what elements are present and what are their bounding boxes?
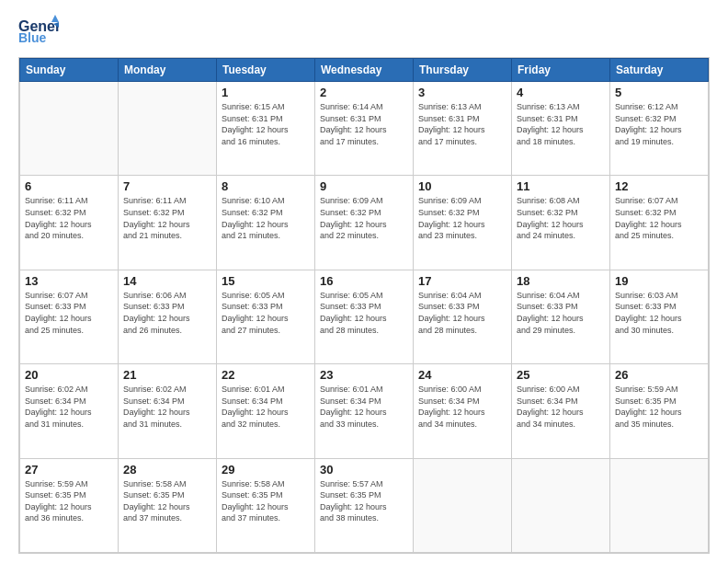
day-cell: 26Sunrise: 5:59 AM Sunset: 6:35 PM Dayli… xyxy=(610,364,709,458)
day-cell: 3Sunrise: 6:13 AM Sunset: 6:31 PM Daylig… xyxy=(414,82,512,176)
logo: General Blue xyxy=(18,15,59,48)
day-cell: 30Sunrise: 5:57 AM Sunset: 6:35 PM Dayli… xyxy=(315,458,414,552)
day-cell: 7Sunrise: 6:11 AM Sunset: 6:32 PM Daylig… xyxy=(119,176,217,270)
day-number: 24 xyxy=(418,368,506,382)
header: General Blue xyxy=(18,15,710,48)
day-cell: 25Sunrise: 6:00 AM Sunset: 6:34 PM Dayli… xyxy=(512,364,610,458)
day-info: Sunrise: 5:59 AM Sunset: 6:35 PM Dayligh… xyxy=(25,478,113,524)
day-cell: 29Sunrise: 5:58 AM Sunset: 6:35 PM Dayli… xyxy=(217,458,315,552)
header-cell-wednesday: Wednesday xyxy=(315,59,414,82)
calendar-body: 1Sunrise: 6:15 AM Sunset: 6:31 PM Daylig… xyxy=(20,82,709,553)
day-info: Sunrise: 6:05 AM Sunset: 6:33 PM Dayligh… xyxy=(320,290,408,336)
day-cell: 18Sunrise: 6:04 AM Sunset: 6:33 PM Dayli… xyxy=(512,270,610,363)
day-info: Sunrise: 6:09 AM Sunset: 6:32 PM Dayligh… xyxy=(320,195,408,241)
day-cell: 16Sunrise: 6:05 AM Sunset: 6:33 PM Dayli… xyxy=(315,270,414,363)
day-number: 5 xyxy=(615,86,703,99)
day-number: 27 xyxy=(25,463,113,477)
day-cell: 28Sunrise: 5:58 AM Sunset: 6:35 PM Dayli… xyxy=(119,458,217,552)
day-info: Sunrise: 6:03 AM Sunset: 6:33 PM Dayligh… xyxy=(615,290,703,336)
day-number: 10 xyxy=(418,179,506,193)
day-info: Sunrise: 6:09 AM Sunset: 6:32 PM Dayligh… xyxy=(418,195,506,241)
day-info: Sunrise: 6:04 AM Sunset: 6:33 PM Dayligh… xyxy=(517,290,605,336)
day-info: Sunrise: 6:10 AM Sunset: 6:32 PM Dayligh… xyxy=(222,195,310,241)
day-number: 6 xyxy=(25,179,113,193)
day-cell: 12Sunrise: 6:07 AM Sunset: 6:32 PM Dayli… xyxy=(610,176,709,270)
day-info: Sunrise: 6:06 AM Sunset: 6:33 PM Dayligh… xyxy=(123,290,211,336)
week-row-5: 27Sunrise: 5:59 AM Sunset: 6:35 PM Dayli… xyxy=(20,458,709,552)
calendar: SundayMondayTuesdayWednesdayThursdayFrid… xyxy=(18,57,710,554)
day-number: 17 xyxy=(418,274,506,288)
day-number: 13 xyxy=(25,274,113,288)
day-cell: 21Sunrise: 6:02 AM Sunset: 6:34 PM Dayli… xyxy=(119,364,217,458)
day-cell: 2Sunrise: 6:14 AM Sunset: 6:31 PM Daylig… xyxy=(315,82,414,176)
week-row-4: 20Sunrise: 6:02 AM Sunset: 6:34 PM Dayli… xyxy=(20,364,709,458)
day-number: 23 xyxy=(320,368,408,382)
day-number: 22 xyxy=(222,368,310,382)
day-cell: 13Sunrise: 6:07 AM Sunset: 6:33 PM Dayli… xyxy=(20,270,119,363)
day-info: Sunrise: 6:05 AM Sunset: 6:33 PM Dayligh… xyxy=(222,290,310,336)
header-cell-sunday: Sunday xyxy=(20,59,119,82)
svg-text:Blue: Blue xyxy=(18,30,47,45)
day-info: Sunrise: 6:04 AM Sunset: 6:33 PM Dayligh… xyxy=(418,290,506,336)
day-info: Sunrise: 5:57 AM Sunset: 6:35 PM Dayligh… xyxy=(320,478,408,524)
page: General Blue SundayMondayTuesdayWednesda… xyxy=(0,0,728,563)
day-info: Sunrise: 5:58 AM Sunset: 6:35 PM Dayligh… xyxy=(222,478,310,524)
day-number: 28 xyxy=(123,463,211,477)
day-cell: 20Sunrise: 6:02 AM Sunset: 6:34 PM Dayli… xyxy=(20,364,119,458)
header-cell-thursday: Thursday xyxy=(414,59,512,82)
day-cell xyxy=(610,458,709,552)
day-number: 25 xyxy=(517,368,605,382)
day-info: Sunrise: 6:01 AM Sunset: 6:34 PM Dayligh… xyxy=(320,384,408,430)
calendar-table: SundayMondayTuesdayWednesdayThursdayFrid… xyxy=(19,58,709,553)
day-info: Sunrise: 6:14 AM Sunset: 6:31 PM Dayligh… xyxy=(320,101,408,147)
day-cell: 10Sunrise: 6:09 AM Sunset: 6:32 PM Dayli… xyxy=(414,176,512,270)
day-number: 19 xyxy=(615,274,703,288)
day-info: Sunrise: 6:07 AM Sunset: 6:33 PM Dayligh… xyxy=(25,290,113,336)
day-number: 30 xyxy=(320,463,408,477)
day-cell: 27Sunrise: 5:59 AM Sunset: 6:35 PM Dayli… xyxy=(20,458,119,552)
day-cell: 1Sunrise: 6:15 AM Sunset: 6:31 PM Daylig… xyxy=(217,82,315,176)
day-info: Sunrise: 6:00 AM Sunset: 6:34 PM Dayligh… xyxy=(517,384,605,430)
day-number: 18 xyxy=(517,274,605,288)
day-cell: 23Sunrise: 6:01 AM Sunset: 6:34 PM Dayli… xyxy=(315,364,414,458)
header-row: SundayMondayTuesdayWednesdayThursdayFrid… xyxy=(20,59,709,82)
header-cell-tuesday: Tuesday xyxy=(217,59,315,82)
calendar-header: SundayMondayTuesdayWednesdayThursdayFrid… xyxy=(20,59,709,82)
day-number: 8 xyxy=(222,179,310,193)
day-number: 2 xyxy=(320,86,408,99)
day-number: 29 xyxy=(222,463,310,477)
header-cell-saturday: Saturday xyxy=(610,59,709,82)
day-cell: 8Sunrise: 6:10 AM Sunset: 6:32 PM Daylig… xyxy=(217,176,315,270)
day-cell xyxy=(414,458,512,552)
logo-icon: General Blue xyxy=(18,15,59,48)
day-info: Sunrise: 6:11 AM Sunset: 6:32 PM Dayligh… xyxy=(25,195,113,241)
day-info: Sunrise: 6:15 AM Sunset: 6:31 PM Dayligh… xyxy=(222,101,310,147)
day-cell: 4Sunrise: 6:13 AM Sunset: 6:31 PM Daylig… xyxy=(512,82,610,176)
day-cell: 17Sunrise: 6:04 AM Sunset: 6:33 PM Dayli… xyxy=(414,270,512,363)
day-number: 21 xyxy=(123,368,211,382)
day-cell: 19Sunrise: 6:03 AM Sunset: 6:33 PM Dayli… xyxy=(610,270,709,363)
day-info: Sunrise: 6:13 AM Sunset: 6:31 PM Dayligh… xyxy=(517,101,605,147)
day-info: Sunrise: 5:58 AM Sunset: 6:35 PM Dayligh… xyxy=(123,478,211,524)
day-info: Sunrise: 6:02 AM Sunset: 6:34 PM Dayligh… xyxy=(25,384,113,430)
day-info: Sunrise: 6:08 AM Sunset: 6:32 PM Dayligh… xyxy=(517,195,605,241)
day-info: Sunrise: 6:12 AM Sunset: 6:32 PM Dayligh… xyxy=(615,101,703,147)
day-number: 1 xyxy=(222,86,310,99)
week-row-1: 1Sunrise: 6:15 AM Sunset: 6:31 PM Daylig… xyxy=(20,82,709,176)
day-info: Sunrise: 6:02 AM Sunset: 6:34 PM Dayligh… xyxy=(123,384,211,430)
day-cell: 6Sunrise: 6:11 AM Sunset: 6:32 PM Daylig… xyxy=(20,176,119,270)
day-info: Sunrise: 6:11 AM Sunset: 6:32 PM Dayligh… xyxy=(123,195,211,241)
day-number: 20 xyxy=(25,368,113,382)
day-info: Sunrise: 6:13 AM Sunset: 6:31 PM Dayligh… xyxy=(418,101,506,147)
day-number: 15 xyxy=(222,274,310,288)
day-number: 7 xyxy=(123,179,211,193)
day-number: 4 xyxy=(517,86,605,99)
header-cell-friday: Friday xyxy=(512,59,610,82)
day-number: 12 xyxy=(615,179,703,193)
day-cell xyxy=(20,82,119,176)
day-number: 9 xyxy=(320,179,408,193)
day-cell: 24Sunrise: 6:00 AM Sunset: 6:34 PM Dayli… xyxy=(414,364,512,458)
day-cell: 9Sunrise: 6:09 AM Sunset: 6:32 PM Daylig… xyxy=(315,176,414,270)
week-row-3: 13Sunrise: 6:07 AM Sunset: 6:33 PM Dayli… xyxy=(20,270,709,363)
day-number: 14 xyxy=(123,274,211,288)
